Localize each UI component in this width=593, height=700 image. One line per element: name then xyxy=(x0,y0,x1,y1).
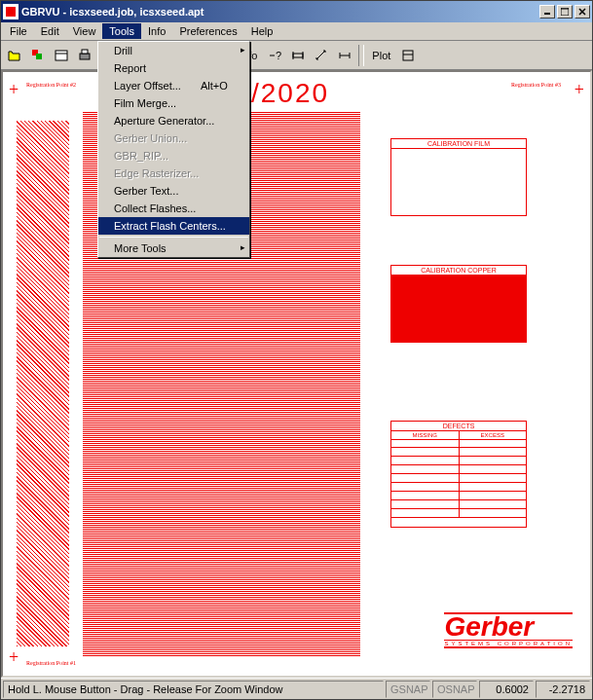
svg-rect-10 xyxy=(80,54,90,59)
svg-rect-32 xyxy=(403,51,413,60)
cursor-y: -2.2718 xyxy=(536,681,590,698)
titlebar: GBRVU - icsxseed.job, icsxseed.apt xyxy=(1,1,592,22)
gsnap-indicator[interactable]: GSNAP xyxy=(386,681,430,698)
svg-rect-26 xyxy=(293,54,303,57)
window-title: GBRVU - icsxseed.job, icsxseed.apt xyxy=(21,6,539,18)
menu-report[interactable]: Report xyxy=(98,59,249,77)
menu-help[interactable]: Help xyxy=(244,23,280,39)
statusbar: Hold L. Mouse Button - Drag - Release Fo… xyxy=(1,678,592,699)
toolbar-separator xyxy=(358,45,364,66)
gerber-logo-sub: SYSTEMS CORPORATION xyxy=(444,641,573,648)
osnap-indicator[interactable]: OSNAP xyxy=(432,681,477,698)
menu-file[interactable]: File xyxy=(3,23,34,39)
svg-rect-7 xyxy=(36,54,42,59)
toolbar: Info ? Plot xyxy=(1,41,592,70)
menu-edge-rasterizer: Edge Rasterizer... xyxy=(98,165,249,182)
gerber-logo-main: Gerber xyxy=(444,612,573,641)
calibration-copper-box: CALIBRATION COPPER xyxy=(390,265,527,343)
svg-rect-11 xyxy=(82,50,88,54)
defects-title: DEFECTS xyxy=(391,422,526,431)
plot-button[interactable]: Plot xyxy=(367,45,395,66)
registration-mark-icon: + xyxy=(9,647,19,668)
menu-tools[interactable]: Tools xyxy=(102,23,141,39)
measure-button[interactable] xyxy=(310,45,332,66)
calibration-film-box: CALIBRATION FILM xyxy=(390,138,527,216)
query-button[interactable]: ? xyxy=(263,45,285,66)
menubar: File Edit View Tools Info Preferences He… xyxy=(1,22,592,41)
minimize-button[interactable] xyxy=(539,5,555,18)
defects-col-excess: EXCESS xyxy=(460,431,527,439)
open-button[interactable] xyxy=(3,45,25,66)
defects-missing-cells xyxy=(391,440,460,518)
tools-dropdown: Drill Report Layer Offset...Alt+O Film M… xyxy=(97,41,250,258)
settings-button[interactable] xyxy=(50,45,72,66)
menu-more-tools[interactable]: More Tools xyxy=(98,239,249,257)
layers-button[interactable] xyxy=(26,45,49,66)
svg-text:?: ? xyxy=(276,50,281,61)
dimension-button[interactable] xyxy=(286,45,309,66)
hatch-strip xyxy=(17,121,69,646)
menu-gerber-text[interactable]: Gerber Text... xyxy=(98,182,249,200)
registration-mark-icon: + xyxy=(9,80,19,100)
menu-info[interactable]: Info xyxy=(141,23,172,39)
plot-settings-button[interactable] xyxy=(396,45,419,66)
close-button[interactable] xyxy=(574,5,590,18)
status-message: Hold L. Mouse Button - Drag - Release Fo… xyxy=(3,681,384,698)
gerber-logo: Gerber SYSTEMS CORPORATION xyxy=(444,612,573,648)
maximize-button[interactable] xyxy=(557,5,573,18)
defects-col-missing: MISSING xyxy=(391,431,460,439)
date-stamp: /2020 xyxy=(251,78,329,109)
menu-film-merge[interactable]: Film Merge... xyxy=(98,94,249,112)
menu-extract-flash-centers[interactable]: Extract Flash Centers... xyxy=(98,217,249,235)
registration-mark-icon: + xyxy=(574,80,584,100)
menu-collect-flashes[interactable]: Collect Flashes... xyxy=(98,200,249,217)
svg-rect-8 xyxy=(56,51,67,60)
plot-label: Plot xyxy=(372,50,390,61)
registration-label: Registration Point #2 xyxy=(26,82,76,88)
distance-button[interactable] xyxy=(333,45,355,66)
menu-gerber-union: Gerber Union... xyxy=(98,129,249,147)
calibration-film-label: CALIBRATION FILM xyxy=(391,139,526,149)
cursor-x: 0.6002 xyxy=(479,681,534,698)
defects-excess-cells xyxy=(460,440,527,518)
menu-aperture-generator[interactable]: Aperture Generator... xyxy=(98,112,249,129)
menu-drill[interactable]: Drill xyxy=(98,42,249,59)
menu-separator xyxy=(99,237,248,238)
menu-edit[interactable]: Edit xyxy=(34,23,66,39)
defects-table: DEFECTS MISSING EXCESS xyxy=(390,421,527,528)
app-icon xyxy=(3,4,19,19)
print-button[interactable] xyxy=(73,45,95,66)
registration-label: Registration Point #1 xyxy=(26,660,76,666)
registration-label: Registration Point #3 xyxy=(511,82,561,88)
menu-layer-offset[interactable]: Layer Offset...Alt+O xyxy=(98,77,249,94)
menu-preferences[interactable]: Preferences xyxy=(172,23,243,39)
svg-rect-0 xyxy=(6,7,16,17)
calibration-copper-label: CALIBRATION COPPER xyxy=(391,266,526,276)
canvas[interactable]: + Registration Point #2 + Registration P… xyxy=(1,70,592,678)
menu-view[interactable]: View xyxy=(66,23,103,39)
menu-gbr-rip: GBR_RIP... xyxy=(98,147,249,165)
